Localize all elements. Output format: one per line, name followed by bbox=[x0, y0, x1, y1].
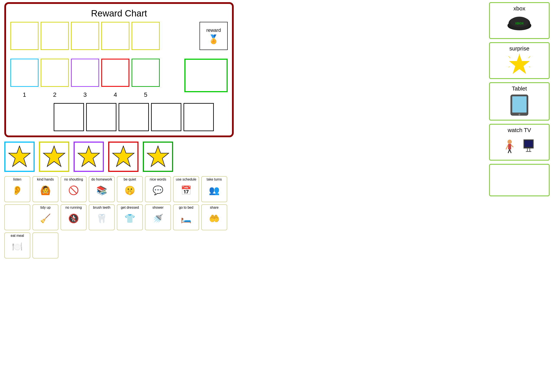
reward-chart-title: Reward Chart bbox=[10, 8, 228, 19]
slot-top-1[interactable] bbox=[10, 22, 39, 50]
star-card-2[interactable] bbox=[39, 141, 69, 172]
slot-b4[interactable] bbox=[151, 103, 181, 131]
svg-text:XBOX: XBOX bbox=[515, 22, 524, 25]
behavior-kind-hands-icon: 🙆 bbox=[36, 182, 55, 199]
behavior-go-to-bed-label: go to bed bbox=[179, 206, 194, 210]
slot-top-2[interactable] bbox=[41, 22, 69, 50]
svg-marker-2 bbox=[78, 146, 100, 167]
behavior-listen[interactable]: listen 👂 bbox=[4, 176, 30, 202]
surprise-svg bbox=[509, 54, 530, 75]
behavior-brush-teeth-label: brush teeth bbox=[93, 206, 110, 210]
behavior-brush-teeth[interactable]: brush teeth 🦷 bbox=[89, 204, 115, 230]
behavior-nice-words[interactable]: nice words 💬 bbox=[145, 176, 171, 202]
behavior-do-homework[interactable]: do homework 📚 bbox=[89, 176, 115, 202]
reward-surprise[interactable]: surprise bbox=[489, 42, 550, 79]
behavior-empty-1-icon bbox=[8, 206, 27, 223]
reward-watch-tv-icon bbox=[504, 135, 534, 155]
reward-watch-tv-title: watch TV bbox=[508, 127, 531, 133]
behavior-nice-words-icon: 💬 bbox=[149, 182, 167, 199]
svg-line-11 bbox=[528, 56, 530, 58]
slot-3[interactable] bbox=[71, 59, 99, 87]
behavior-no-running[interactable]: no running 🚷 bbox=[61, 204, 87, 230]
slot-top-4[interactable] bbox=[101, 22, 129, 50]
behavior-nice-words-label: nice words bbox=[150, 177, 166, 181]
slot-5[interactable] bbox=[132, 59, 160, 87]
behavior-share[interactable]: share 🤲 bbox=[201, 204, 227, 230]
reward-box: reward 🏅 bbox=[200, 22, 228, 50]
svg-line-13 bbox=[529, 67, 530, 68]
star-card-1[interactable] bbox=[4, 141, 35, 172]
behavior-be-quiet-label: be quiet bbox=[124, 177, 136, 181]
svg-point-18 bbox=[507, 140, 512, 144]
behavior-use-schedule[interactable]: use schedule 📅 bbox=[173, 176, 199, 202]
reward-watch-tv[interactable]: watch TV bbox=[489, 124, 550, 161]
reward-empty[interactable] bbox=[489, 164, 550, 196]
behavior-tidy-up[interactable]: tidy up 🧹 bbox=[33, 204, 58, 230]
behavior-kind-hands-label: kind hands bbox=[37, 177, 54, 181]
svg-line-14 bbox=[509, 67, 510, 68]
behavior-go-to-bed[interactable]: go to bed 🛏️ bbox=[173, 204, 199, 230]
svg-line-21 bbox=[511, 145, 513, 147]
behavior-be-quiet[interactable]: be quiet 🤫 bbox=[117, 176, 143, 202]
behavior-tidy-up-label: tidy up bbox=[40, 206, 50, 210]
main-area: Reward Chart reward 🏅 1 2 bbox=[4, 2, 234, 259]
behavior-get-dressed[interactable]: get dressed 👕 bbox=[117, 204, 143, 230]
svg-line-12 bbox=[509, 56, 510, 58]
behavior-take-turns[interactable]: take turns 👥 bbox=[201, 176, 227, 202]
star-icon-2 bbox=[42, 145, 66, 169]
behavior-listen-label: listen bbox=[13, 177, 21, 181]
behavior-shower[interactable]: shower 🚿 bbox=[145, 204, 171, 230]
reward-icon: 🏅 bbox=[208, 34, 219, 44]
slot-b2[interactable] bbox=[86, 103, 117, 131]
slot-b1[interactable] bbox=[54, 103, 84, 131]
numbered-row: 1 2 3 4 5 bbox=[10, 59, 228, 92]
behavior-empty-2[interactable] bbox=[33, 232, 58, 259]
behavior-get-dressed-icon: 👕 bbox=[121, 210, 139, 227]
reward-tablet-title: Tablet bbox=[512, 85, 527, 92]
reward-label: reward bbox=[206, 28, 221, 33]
reward-xbox-icon: XBOX bbox=[506, 14, 532, 31]
behavior-tidy-up-icon: 🧹 bbox=[36, 210, 55, 227]
behavior-shower-icon: 🚿 bbox=[149, 210, 167, 227]
behavior-shower-label: shower bbox=[152, 206, 164, 210]
star-icon-1 bbox=[7, 145, 31, 169]
reward-chart-box: Reward Chart reward 🏅 1 2 bbox=[4, 2, 234, 137]
slot-top-3[interactable] bbox=[71, 22, 99, 50]
svg-marker-3 bbox=[113, 146, 134, 167]
slot-top-5[interactable] bbox=[132, 22, 160, 50]
slot-b5[interactable] bbox=[184, 103, 214, 131]
slot-green-large[interactable] bbox=[184, 59, 228, 92]
behavior-no-shouting[interactable]: no shoutting 🚫 bbox=[61, 176, 87, 202]
slot-number-3: 3 bbox=[83, 91, 87, 98]
slot-number-5: 5 bbox=[144, 91, 147, 98]
top-row: reward 🏅 bbox=[10, 22, 228, 50]
behavior-do-homework-label: do homework bbox=[91, 177, 112, 181]
behavior-take-turns-icon: 👥 bbox=[205, 182, 223, 199]
star-card-5[interactable] bbox=[143, 141, 173, 172]
behavior-no-running-icon: 🚷 bbox=[64, 210, 83, 227]
slot-1[interactable] bbox=[10, 59, 39, 87]
slot-b3[interactable] bbox=[118, 103, 149, 131]
behavior-get-dressed-label: get dressed bbox=[121, 206, 139, 210]
behavior-empty-2-icon bbox=[36, 234, 55, 252]
behavior-do-homework-icon: 📚 bbox=[93, 182, 111, 199]
xbox-svg: XBOX bbox=[506, 14, 532, 31]
behavior-use-schedule-icon: 📅 bbox=[177, 182, 195, 199]
slot-number-4: 4 bbox=[114, 91, 117, 98]
behavior-empty-1[interactable] bbox=[4, 204, 30, 230]
reward-tablet[interactable]: Tablet bbox=[489, 82, 550, 120]
behavior-grid: listen 👂 kind hands 🙆 no shoutting 🚫 do … bbox=[4, 176, 234, 259]
behavior-eat-meal[interactable]: eat meal 🍽️ bbox=[4, 232, 30, 259]
reward-xbox-title: xbox bbox=[513, 5, 526, 12]
star-icon-3 bbox=[77, 145, 101, 169]
svg-rect-16 bbox=[512, 96, 526, 112]
star-card-4[interactable] bbox=[108, 141, 138, 172]
reward-xbox[interactable]: xbox XBOX bbox=[489, 2, 550, 39]
slot-2[interactable] bbox=[41, 59, 69, 87]
star-card-3[interactable] bbox=[74, 141, 104, 172]
svg-point-17 bbox=[519, 114, 520, 115]
behavior-no-shouting-label: no shoutting bbox=[64, 177, 83, 181]
behavior-kind-hands[interactable]: kind hands 🙆 bbox=[33, 176, 58, 202]
slot-4[interactable] bbox=[101, 59, 129, 87]
behavior-share-label: share bbox=[210, 206, 219, 210]
